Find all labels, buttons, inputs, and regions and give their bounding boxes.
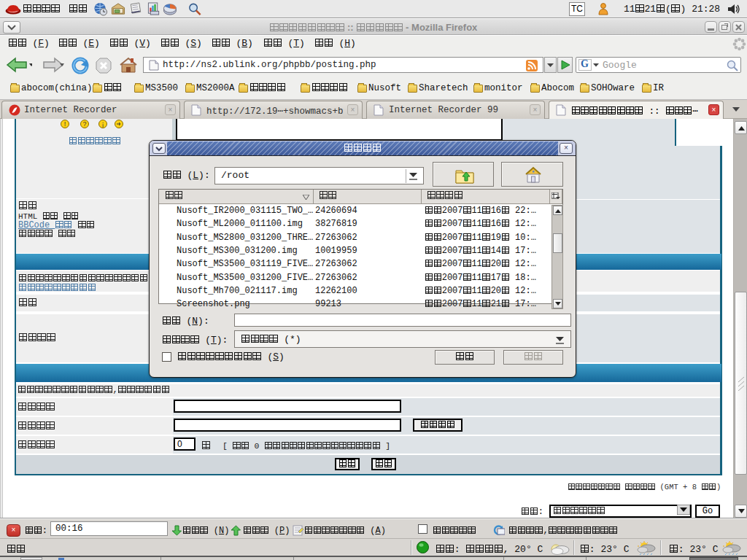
svg-text:?: ? xyxy=(82,120,86,128)
svg-text:¡: ¡ xyxy=(102,120,104,128)
svg-text:!: ! xyxy=(64,120,66,128)
